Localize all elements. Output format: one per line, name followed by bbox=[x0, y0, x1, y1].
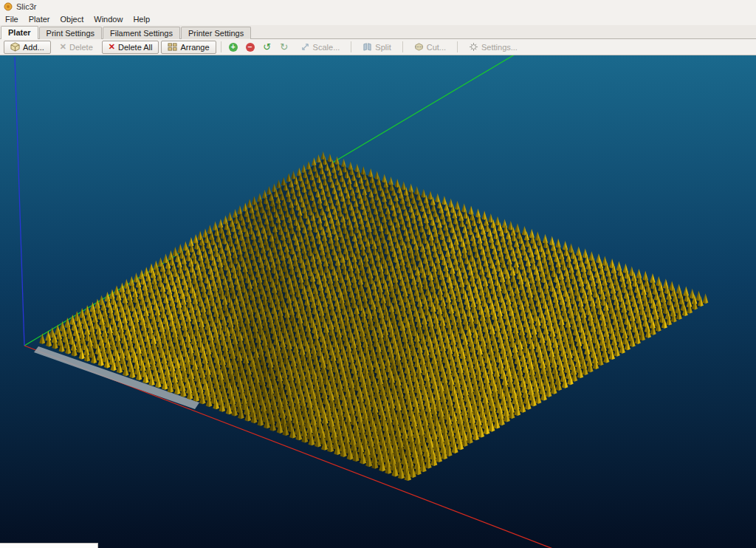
delete-button-label: Delete bbox=[69, 43, 93, 52]
arrange-button[interactable]: Arrange bbox=[161, 41, 216, 54]
cut-icon bbox=[414, 42, 424, 52]
settings-button-label: Settings... bbox=[481, 43, 518, 52]
menu-file[interactable]: File bbox=[0, 13, 24, 25]
scale-button-label: Scale... bbox=[313, 43, 340, 52]
viewport-canvas[interactable] bbox=[0, 55, 756, 548]
add-icon bbox=[10, 42, 20, 52]
settings-button[interactable]: Settings... bbox=[462, 41, 524, 54]
arrange-icon bbox=[168, 42, 177, 52]
toolbar-separator bbox=[221, 41, 221, 52]
menu-help[interactable]: Help bbox=[128, 13, 155, 25]
decrease-copies-button[interactable]: − bbox=[243, 41, 258, 54]
rotate-cw-45-button[interactable]: ↻ bbox=[277, 41, 292, 54]
delete-all-icon: ✕ bbox=[109, 43, 115, 51]
menubar: File Plater Object Window Help bbox=[0, 13, 756, 25]
increase-copies-button[interactable]: + bbox=[226, 41, 241, 54]
toolbar-separator bbox=[457, 41, 458, 52]
delete-button[interactable]: ✕ Delete bbox=[53, 41, 100, 54]
window-title: Slic3r bbox=[16, 2, 37, 11]
menu-window[interactable]: Window bbox=[89, 13, 128, 25]
scale-icon bbox=[300, 42, 310, 52]
decrease-copies-icon: − bbox=[246, 43, 255, 52]
increase-copies-icon: + bbox=[229, 43, 238, 52]
slic3r-window: Slic3r File Plater Object Window Help Pl… bbox=[0, 0, 756, 548]
status-strip bbox=[0, 543, 98, 548]
menu-plater[interactable]: Plater bbox=[24, 13, 55, 25]
settings-gear-icon bbox=[469, 42, 478, 52]
tab-filament-settings[interactable]: Filament Settings bbox=[103, 27, 180, 39]
titlebar: Slic3r bbox=[0, 0, 756, 13]
toolbar: Add... ✕ Delete ✕ Delete All Arrange bbox=[0, 39, 756, 55]
cut-button[interactable]: Cut... bbox=[408, 41, 453, 54]
add-button[interactable]: Add... bbox=[4, 41, 51, 54]
split-button-label: Split bbox=[375, 43, 391, 52]
tab-plater[interactable]: Plater bbox=[1, 26, 38, 39]
delete-all-button-label: Delete All bbox=[118, 43, 152, 52]
delete-all-button[interactable]: ✕ Delete All bbox=[102, 41, 159, 54]
rotate-ccw-45-button[interactable]: ↺ bbox=[260, 41, 275, 54]
rotate-ccw-icon: ↺ bbox=[263, 42, 271, 52]
tabbar: Plater Print Settings Filament Settings … bbox=[0, 25, 756, 39]
app-icon bbox=[4, 2, 13, 11]
rotate-cw-icon: ↻ bbox=[280, 42, 288, 52]
split-button[interactable]: Split bbox=[356, 41, 397, 54]
cut-button-label: Cut... bbox=[427, 43, 446, 52]
add-button-label: Add... bbox=[23, 43, 44, 52]
toolbar-separator bbox=[402, 41, 403, 52]
scale-button[interactable]: Scale... bbox=[294, 41, 347, 54]
toolbar-separator bbox=[351, 41, 351, 52]
tab-print-settings[interactable]: Print Settings bbox=[39, 27, 102, 39]
split-icon bbox=[362, 42, 372, 52]
arrange-button-label: Arrange bbox=[180, 43, 209, 52]
delete-icon: ✕ bbox=[60, 43, 66, 51]
menu-object[interactable]: Object bbox=[55, 13, 89, 25]
viewport-3d bbox=[0, 55, 756, 548]
tab-printer-settings[interactable]: Printer Settings bbox=[181, 27, 251, 39]
